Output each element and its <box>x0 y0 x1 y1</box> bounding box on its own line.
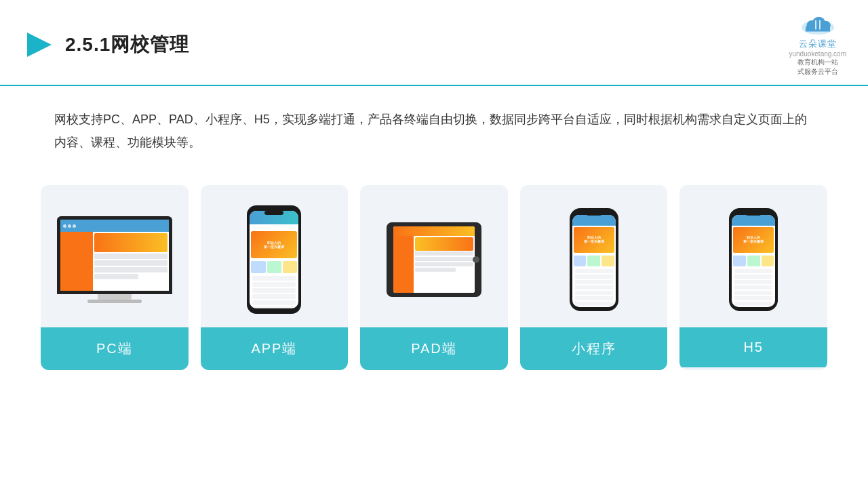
pc-screen-outer <box>57 216 172 294</box>
pad-outer <box>387 222 481 297</box>
brand-cloud-icon <box>797 12 838 37</box>
phone-thin-outer: 职达人的第一堂兴趣课 <box>570 208 618 311</box>
thin-g3 <box>601 256 614 266</box>
card-miniapp-image: 职达人的第一堂兴趣课 <box>520 185 668 327</box>
pc-dot3 <box>73 224 76 228</box>
card-pc: PC端 <box>41 185 189 370</box>
phone-grid <box>250 260 298 274</box>
phone-h5-notch <box>746 212 761 216</box>
thin-r5 <box>575 291 613 295</box>
pc-dot2 <box>68 224 71 228</box>
phone-h5-rows <box>732 268 775 307</box>
phone-app-mockup: 职达人的第一堂兴趣课 <box>247 205 301 314</box>
pc-base <box>87 300 142 303</box>
h5-g2 <box>747 256 760 266</box>
pc-mockup <box>57 216 172 303</box>
thin-g1 <box>574 256 587 266</box>
thin-r2 <box>575 274 613 279</box>
pad-screen <box>393 226 475 293</box>
card-app-image: 职达人的第一堂兴趣课 <box>201 185 349 327</box>
phone-outer: 职达人的第一堂兴趣课 <box>247 205 301 314</box>
pad-r1 <box>415 251 473 256</box>
h5-r6 <box>734 296 772 300</box>
card-miniapp-label: 小程序 <box>520 327 668 370</box>
pad-r4 <box>415 268 456 272</box>
card-pad-label: PAD端 <box>360 327 508 370</box>
thin-r7 <box>575 302 613 306</box>
h5-g1 <box>733 256 746 266</box>
phone-h5-grid <box>732 254 775 268</box>
brand-tagline: 教育机构一站 式服务云平台 <box>797 58 838 77</box>
card-pc-label: PC端 <box>41 327 189 370</box>
svg-marker-0 <box>27 33 52 57</box>
card-h5-image: 职达人的第一堂兴趣课 <box>679 185 827 327</box>
pc-stand <box>98 294 132 300</box>
card-pad-image <box>360 185 508 327</box>
h5-r7 <box>734 302 772 306</box>
phone-h5-banner: 职达人的第一堂兴趣课 <box>733 227 774 253</box>
pad-body <box>393 236 475 293</box>
phone-h5-screen: 职达人的第一堂兴趣课 <box>732 215 775 307</box>
card-pc-image <box>41 185 189 327</box>
pad-r3 <box>415 262 473 266</box>
h5-r3 <box>734 280 772 284</box>
phone-h5-outer: 职达人的第一堂兴趣课 <box>729 208 778 311</box>
phone-thin-header <box>572 215 616 226</box>
phone-notch <box>264 211 283 215</box>
card-h5-label: H5 <box>679 327 827 367</box>
phone-thin-banner-txt: 职达人的第一堂兴趣课 <box>584 236 604 245</box>
h5-r1 <box>734 269 772 273</box>
phone-thin-notch <box>587 212 601 216</box>
card-miniapp: 职达人的第一堂兴趣课 <box>520 185 668 370</box>
card-app: 职达人的第一堂兴趣课 <box>201 185 349 370</box>
description: 网校支持PC、APP、PAD、小程序、H5，实现多端打通，产品各终端自由切换，数… <box>0 86 868 154</box>
phone-banner-text: 职达人的第一堂兴趣课 <box>264 241 284 249</box>
logo-arrow-icon <box>22 28 54 61</box>
brand-name: 云朵课堂 <box>799 38 837 50</box>
phone-banner: 职达人的第一堂兴趣课 <box>251 231 297 258</box>
pc-dot1 <box>63 224 66 228</box>
h5-g3 <box>762 256 774 266</box>
phone-h5-header <box>732 215 775 226</box>
card-h5: 职达人的第一堂兴趣课 <box>679 185 827 370</box>
pc-banner <box>94 233 167 252</box>
page-title: 2.5.1网校管理 <box>65 32 189 58</box>
thin-r6 <box>575 296 613 300</box>
thin-r4 <box>575 285 613 289</box>
phone-grid-1 <box>251 261 265 273</box>
pc-screen-bar <box>60 220 169 232</box>
phone-list-r4 <box>252 294 296 299</box>
pc-screen-content <box>60 220 169 291</box>
brand-url: yunduoketang.com <box>789 50 846 58</box>
pad-mockup <box>387 222 481 297</box>
pad-main <box>414 236 475 293</box>
pc-row2 <box>94 260 167 266</box>
pad-home-btn <box>473 256 479 263</box>
h5-r2 <box>734 274 772 279</box>
phone-thin-banner: 职达人的第一堂兴趣课 <box>574 227 614 253</box>
svg-rect-5 <box>806 26 830 32</box>
thin-r1 <box>575 269 613 273</box>
phone-list-r5 <box>252 300 296 305</box>
thin-r3 <box>575 280 613 284</box>
phone-thin-rows <box>572 268 616 307</box>
cards-area: PC端 职达人的第一堂兴趣课 <box>0 161 868 370</box>
phone-screen: 职达人的第一堂兴趣课 <box>250 211 298 308</box>
phone-thin-grid <box>572 254 616 268</box>
pc-row4 <box>94 274 138 279</box>
phone-list <box>250 274 298 308</box>
pc-screen-body <box>60 232 169 291</box>
pad-rows <box>415 251 473 272</box>
h5-r5 <box>734 291 772 295</box>
description-text: 网校支持PC、APP、PAD、小程序、H5，实现多端打通，产品各终端自由切换，数… <box>54 113 807 149</box>
phone-grid-2 <box>267 261 281 273</box>
pad-sidebar <box>393 236 414 293</box>
card-pad: PAD端 <box>360 185 508 370</box>
phone-h5-mockup: 职达人的第一堂兴趣课 <box>729 208 778 311</box>
phone-list-r1 <box>252 276 296 281</box>
pc-sidebar <box>60 232 93 291</box>
thin-g2 <box>587 256 600 266</box>
phone-miniapp-mockup: 职达人的第一堂兴趣课 <box>570 208 618 311</box>
phone-thin-screen: 职达人的第一堂兴趣课 <box>572 215 616 307</box>
pc-row3 <box>94 267 167 272</box>
